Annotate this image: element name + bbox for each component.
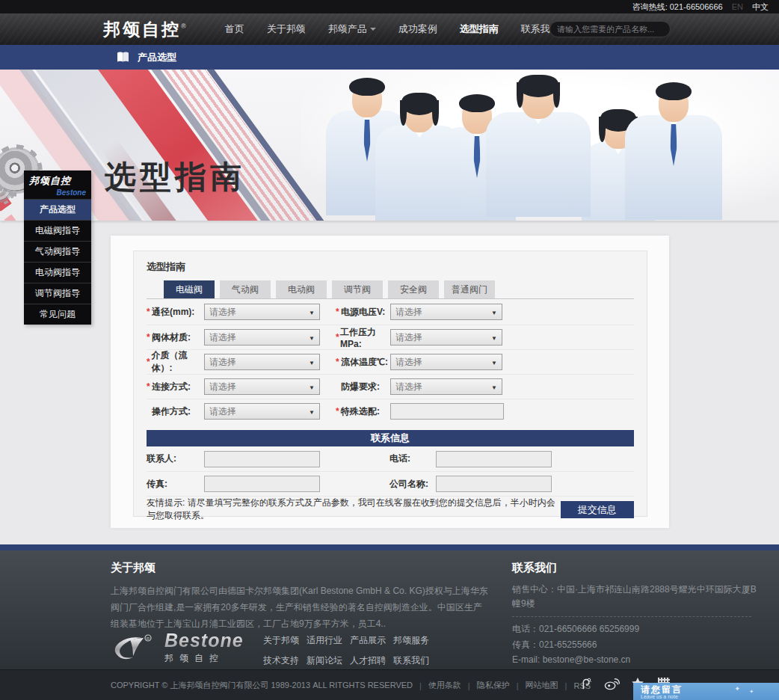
sidebar-item-electric-guide[interactable]: 电动阀指导 — [24, 262, 91, 283]
tab-electric-valve[interactable]: 电动阀 — [276, 280, 327, 298]
form-title: 选型指南 — [147, 260, 634, 274]
product-search-box — [549, 21, 671, 37]
footer-phone: 电话：021-66506666 65256999 — [512, 621, 770, 636]
chevron-down-icon — [491, 357, 497, 367]
leave-message-widget[interactable]: 请您留言 Leave us a note ✦ ✦ — [633, 683, 779, 700]
leave-message-title: 请您留言 — [641, 685, 779, 694]
footer-fax: 传真：021-65255666 — [512, 637, 770, 652]
fax-input[interactable] — [204, 476, 320, 492]
tab-general-valve[interactable]: 普通阀门 — [444, 280, 495, 298]
nav-item-products[interactable]: 邦颂产品 — [328, 22, 376, 36]
chevron-down-icon — [491, 381, 497, 392]
footer-divider-bar — [0, 544, 779, 550]
submit-button[interactable]: 提交信息 — [561, 501, 634, 518]
selection-form: 选型指南 电磁阀 气动阀 电动阀 调节阀 安全阀 普通阀门 通径(mm): 请选… — [133, 251, 647, 517]
sina-weibo-icon[interactable] — [603, 676, 620, 691]
form-footer-row: 友情提示: 请尽量填写完整你的联系方式及产品参数，我司在线客服在收到您的提交信息… — [147, 496, 634, 522]
company-name-input[interactable] — [436, 476, 552, 492]
field-label: 操作方式: — [147, 405, 204, 418]
operation-mode-select[interactable]: 请选择 — [204, 403, 320, 420]
search-input[interactable] — [557, 25, 663, 34]
footer-logo-text: Bestone 邦颂自控 — [164, 630, 244, 665]
leave-message-subtitle: Leave us a note — [641, 694, 779, 700]
nav-item-about[interactable]: 关于邦颂 — [267, 22, 306, 36]
medium-select[interactable]: 请选择 — [204, 354, 320, 370]
footer-link-contact[interactable]: 联系我们 — [393, 654, 429, 667]
separator — [468, 681, 470, 690]
nav-item-selection-guide[interactable]: 选型指南 — [460, 22, 499, 36]
required-asterisk — [147, 332, 152, 343]
form-row: 介质（流体）: 请选择 流体温度℃: 请选择 — [147, 349, 634, 374]
connection-type-select[interactable]: 请选择 — [204, 378, 320, 395]
tab-solenoid-valve[interactable]: 电磁阀 — [164, 280, 215, 298]
footer-about-title: 关于邦颂 — [111, 561, 490, 575]
footer-dashed-divider — [512, 616, 751, 617]
working-pressure-select[interactable]: 请选择 — [390, 329, 502, 346]
hero-banner: 选型指南 — [0, 70, 779, 221]
sidebar-item-pneumatic-guide[interactable]: 气动阀指导 — [24, 241, 91, 262]
separator — [517, 681, 519, 690]
footer-contact-section: 联系我们 销售中心：中国·上海市祁连山南路2888号耀光中环国际大厦B幢9楼 电… — [512, 561, 770, 683]
sidebar-menu: 邦颂自控 Bestone 产品选型 电磁阀指导 气动阀指导 电动阀指导 调节阀指… — [24, 171, 91, 325]
sidebar-item-faq[interactable]: 常见问题 — [24, 304, 91, 325]
field-label: 电源电压V: — [336, 306, 390, 319]
field-label: 电话: — [390, 452, 436, 465]
body-material-select[interactable]: 请选择 — [204, 329, 320, 346]
lang-switch-en[interactable]: EN — [732, 2, 743, 11]
field-label: 流体温度℃: — [336, 356, 390, 369]
sidebar-item-product-selection[interactable]: 产品选型 — [24, 199, 91, 220]
tab-safety-valve[interactable]: 安全阀 — [388, 280, 439, 298]
required-asterisk — [147, 381, 152, 392]
phone-input[interactable] — [436, 451, 552, 467]
footer-email[interactable]: E-mail: bestone@be-stone.cn — [512, 652, 770, 667]
nav-item-home[interactable]: 首页 — [225, 22, 244, 36]
person-figure — [486, 79, 591, 217]
footer-link-products[interactable]: 产品展示 — [350, 634, 386, 647]
fluid-temperature-select[interactable]: 请选择 — [390, 354, 502, 370]
nav-item-cases[interactable]: 成功案例 — [398, 22, 437, 36]
form-row: 连接方式: 请选择 防爆要求: 请选择 — [147, 374, 634, 399]
form-row: 通径(mm): 请选择 电源电压V: 请选择 — [147, 299, 634, 325]
lang-switch-zh[interactable]: 中文 — [752, 1, 769, 13]
footer-link-news[interactable]: 新闻论坛 — [307, 654, 342, 667]
sidebar-item-regulating-guide[interactable]: 调节阀指导 — [24, 283, 91, 304]
tencent-weibo-icon[interactable] — [577, 676, 594, 691]
special-option-input[interactable] — [390, 403, 504, 420]
field-label: 工作压力MPa: — [336, 326, 390, 349]
sitemap-link[interactable]: 网站地图 — [526, 680, 558, 691]
top-utility-bar: 咨询热线: 021-66506666 EN 中文 — [0, 0, 779, 13]
main-navbar: 邦颂自控® 首页 关于邦颂 邦颂产品 成功案例 选型指南 联系我们 — [0, 13, 779, 45]
breadcrumb-bar: 产品选型 — [0, 45, 779, 70]
footer-address: 销售中心：中国·上海市祁连山南路2888号耀光中环国际大厦B幢9楼 — [512, 583, 759, 611]
footer-link-service[interactable]: 邦颂服务 — [393, 634, 429, 647]
footer-about-section: 关于邦颂 上海邦颂自控阀门有限公司由德国卡尔邦颂集团(Karl Bestone … — [111, 561, 490, 633]
footer-link-careers[interactable]: 人才招聘 — [350, 654, 386, 667]
explosion-proof-select[interactable]: 请选择 — [390, 378, 502, 395]
footer-link-industries[interactable]: 适用行业 — [307, 634, 342, 647]
form-row: 操作方式: 请选择 特殊选配: — [147, 399, 634, 423]
tab-regulating-valve[interactable]: 调节阀 — [332, 280, 383, 298]
footer-logo: R Bestone 邦颂自控 — [111, 630, 244, 665]
privacy-link[interactable]: 隐私保护 — [477, 680, 510, 691]
chevron-down-icon — [370, 28, 376, 31]
footer-link-support[interactable]: 技术支持 — [263, 654, 299, 667]
sidebar-item-solenoid-guide[interactable]: 电磁阀指导 — [24, 220, 91, 241]
diameter-select[interactable]: 请选择 — [204, 304, 320, 320]
contact-name-input[interactable] — [204, 451, 320, 467]
chevron-down-icon — [491, 332, 497, 343]
voltage-select[interactable]: 请选择 — [390, 304, 502, 320]
hotline-text: 咨询热线: 021-66506666 — [632, 1, 723, 13]
terms-link[interactable]: 使用条款 — [428, 680, 461, 691]
site-logo[interactable]: 邦颂自控® — [103, 18, 186, 41]
chevron-down-icon — [309, 381, 315, 392]
chevron-down-icon — [309, 307, 315, 317]
field-label: 阀体材质: — [147, 331, 204, 344]
page-root: 咨询热线: 021-66506666 EN 中文 邦颂自控® 首页 关于邦颂 邦… — [0, 0, 779, 700]
person-figure — [375, 96, 464, 221]
tab-pneumatic-valve[interactable]: 气动阀 — [220, 280, 271, 298]
footer-about-text: 上海邦颂自控阀门有限公司由德国卡尔邦颂集团(Karl Bestone GmbH … — [111, 583, 490, 633]
footer-link-about[interactable]: 关于邦颂 — [263, 634, 299, 647]
copyright-row: COPYRIGHT © 上海邦颂自控阀门有限公司 1989-2013 ALL R… — [111, 670, 591, 700]
contact-row: 传真: 公司名称: — [147, 471, 634, 496]
hero-decor-chip — [4, 215, 17, 221]
